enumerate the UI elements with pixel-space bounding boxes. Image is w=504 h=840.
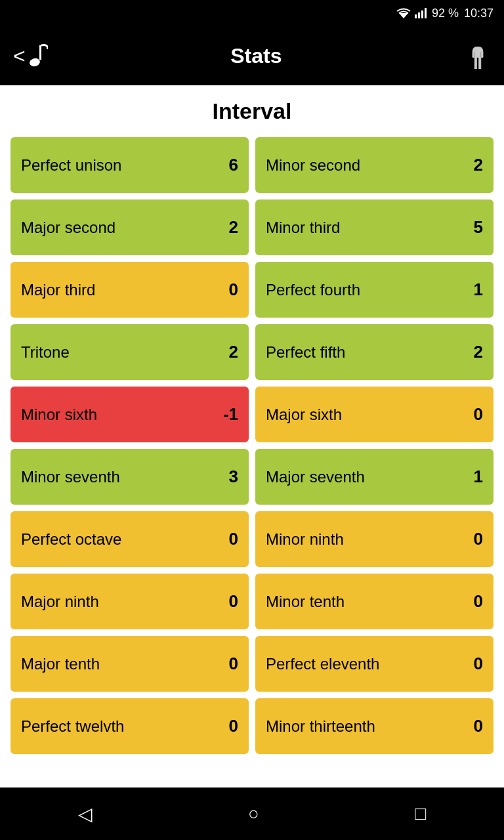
interval-cell[interactable]: Minor ninth0 (255, 511, 494, 567)
interval-name: Perfect unison (21, 156, 121, 175)
wifi-icon (396, 8, 411, 18)
interval-cell[interactable]: Minor thirteenth0 (255, 698, 494, 754)
home-nav-button[interactable]: ○ (248, 803, 259, 824)
svg-rect-6 (39, 45, 41, 60)
nav-bar: ◁ ○ □ (0, 788, 504, 840)
interval-cell[interactable]: Minor tenth0 (255, 574, 494, 629)
interval-cell[interactable]: Perfect octave0 (10, 511, 249, 567)
interval-value: 0 (474, 591, 483, 612)
battery-text: 92 % (432, 7, 459, 20)
interval-value: 0 (229, 280, 238, 300)
interval-name: Minor sixth (21, 406, 97, 424)
interval-name: Perfect octave (21, 530, 121, 549)
svg-rect-1 (415, 14, 417, 18)
music-note-icon (28, 44, 48, 68)
interval-cell[interactable]: Tritone2 (10, 324, 249, 380)
interval-value: 2 (474, 155, 483, 175)
interval-name: Major second (21, 219, 116, 237)
interval-value: 1 (474, 467, 483, 487)
interval-name: Perfect eleventh (266, 655, 379, 673)
interval-name: Major seventh (266, 468, 365, 486)
signal-icon (415, 8, 427, 18)
interval-value: 6 (229, 155, 238, 175)
interval-cell[interactable]: Minor third5 (255, 200, 494, 255)
interval-grid: Perfect unison6Minor second2Major second… (10, 137, 494, 754)
svg-marker-0 (399, 13, 408, 18)
interval-name: Minor third (266, 219, 340, 237)
interval-value: 0 (229, 591, 238, 612)
interval-cell[interactable]: Perfect unison6 (10, 137, 249, 193)
interval-name: Major ninth (21, 593, 99, 611)
back-nav-button[interactable]: ◁ (78, 803, 93, 825)
back-button[interactable]: < (13, 44, 48, 68)
interval-cell[interactable]: Perfect fifth2 (255, 324, 494, 380)
interval-cell[interactable]: Minor seventh3 (10, 449, 249, 505)
interval-name: Minor second (266, 156, 360, 175)
interval-cell[interactable]: Perfect twelvth0 (10, 698, 249, 754)
interval-cell[interactable]: Minor sixth-1 (10, 387, 249, 442)
recent-nav-button[interactable]: □ (415, 803, 426, 824)
interval-name: Major third (21, 281, 95, 299)
interval-cell[interactable]: Major ninth0 (10, 574, 249, 629)
interval-value: 2 (229, 342, 238, 362)
interval-cell[interactable]: Perfect fourth1 (255, 262, 494, 318)
time-text: 10:37 (464, 7, 494, 20)
interval-value: 2 (229, 217, 238, 238)
svg-point-5 (28, 57, 41, 68)
interval-value: 0 (229, 716, 238, 736)
interval-value: 0 (474, 716, 483, 736)
svg-rect-4 (425, 8, 427, 18)
svg-rect-2 (418, 12, 420, 18)
interval-name: Minor seventh (21, 468, 120, 486)
interval-value: 0 (229, 654, 238, 674)
interval-cell[interactable]: Major sixth0 (255, 387, 494, 442)
interval-value: 0 (474, 654, 483, 674)
app-title: Stats (230, 44, 282, 68)
interval-cell[interactable]: Minor second2 (255, 137, 494, 193)
interval-cell[interactable]: Perfect eleventh0 (255, 636, 494, 692)
interval-value: 3 (229, 467, 238, 487)
status-bar: 92 % 10:37 (0, 0, 504, 26)
interval-name: Minor tenth (266, 593, 345, 611)
interval-name: Perfect fifth (266, 343, 345, 362)
interval-name: Minor ninth (266, 530, 344, 549)
interval-value: -1 (223, 404, 238, 425)
tuning-fork-icon[interactable] (465, 43, 491, 69)
status-icons (396, 8, 427, 18)
interval-name: Tritone (21, 343, 70, 362)
interval-cell[interactable]: Major second2 (10, 200, 249, 255)
interval-value: 0 (474, 529, 483, 549)
svg-rect-3 (421, 10, 423, 18)
interval-name: Minor thirteenth (266, 717, 375, 736)
interval-cell[interactable]: Major third0 (10, 262, 249, 318)
interval-name: Major tenth (21, 655, 100, 673)
interval-cell[interactable]: Major tenth0 (10, 636, 249, 692)
interval-value: 2 (474, 342, 483, 362)
interval-value: 0 (474, 404, 483, 425)
interval-value: 5 (474, 217, 483, 238)
main-content: Interval Perfect unison6Minor second2Maj… (0, 85, 504, 788)
interval-cell[interactable]: Major seventh1 (255, 449, 494, 505)
interval-value: 0 (229, 529, 238, 549)
interval-name: Major sixth (266, 406, 342, 424)
section-title: Interval (10, 98, 494, 124)
interval-value: 1 (474, 280, 483, 300)
interval-name: Perfect twelvth (21, 717, 124, 736)
app-bar: < Stats (0, 26, 504, 85)
interval-name: Perfect fourth (266, 281, 360, 299)
